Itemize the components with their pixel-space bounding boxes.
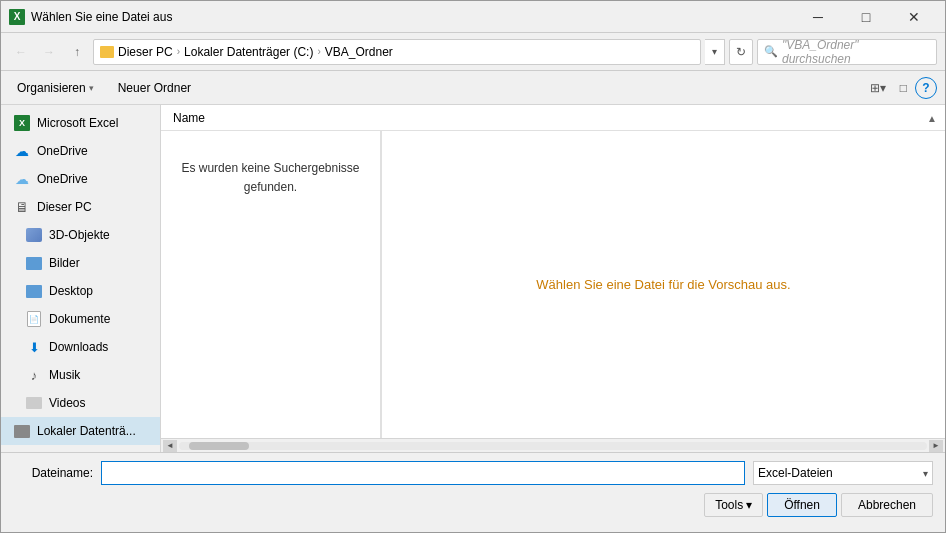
musik-icon: ♪ xyxy=(25,366,43,384)
sidebar-item-3d-objekte[interactable]: 3D-Objekte xyxy=(1,221,160,249)
tools-chevron-icon: ▾ xyxy=(746,498,752,512)
sort-arrow-icon: ▲ xyxy=(927,112,937,123)
titlebar: X Wählen Sie eine Datei aus ─ □ ✕ xyxy=(1,1,945,33)
file-area: Name ▲ Es wurden keine Suchergebnisse ge… xyxy=(161,105,945,452)
sidebar-item-onedrive1[interactable]: ☁ OneDrive xyxy=(1,137,160,165)
sidebar-item-label: Videos xyxy=(49,396,85,410)
sidebar-item-onedrive2[interactable]: ☁ OneDrive xyxy=(1,165,160,193)
sidebar-item-label: Downloads xyxy=(49,340,108,354)
filename-label: Dateiname: xyxy=(13,466,93,480)
address-dropdown-button[interactable]: ▾ xyxy=(705,39,725,65)
no-results-message: Es wurden keine Suchergebnisse gefunden. xyxy=(169,139,372,217)
videos-icon xyxy=(25,394,43,412)
preview-panel: Wählen Sie eine Datei für die Vorschau a… xyxy=(381,131,945,438)
sidebar-item-musik[interactable]: ♪ Musik xyxy=(1,361,160,389)
sidebar-item-microsoft-excel[interactable]: X Microsoft Excel xyxy=(1,109,160,137)
path-segment-1: Dieser PC xyxy=(118,45,173,59)
downloads-icon: ⬇ xyxy=(25,338,43,356)
sidebar-item-label: Dieser PC xyxy=(37,200,92,214)
tools-button[interactable]: Tools ▾ xyxy=(704,493,763,517)
onedrive2-icon: ☁ xyxy=(13,170,31,188)
sidebar-item-lokaler-datentraeger[interactable]: Lokaler Datenträ... xyxy=(1,417,160,445)
filename-row: Dateiname: Excel-Dateien ▾ xyxy=(13,461,933,485)
bottombar: Dateiname: Excel-Dateien ▾ Tools ▾ Öffne… xyxy=(1,452,945,532)
sidebar-item-label: Bilder xyxy=(49,256,80,270)
new-folder-button[interactable]: Neuer Ordner xyxy=(110,75,199,101)
hscroll-track[interactable] xyxy=(179,442,927,450)
organize-button[interactable]: Organisieren ▾ xyxy=(9,75,102,101)
path-folder-icon xyxy=(100,46,114,58)
sidebar-item-dokumente[interactable]: 📄 Dokumente xyxy=(1,305,160,333)
sidebar-item-label: Desktop xyxy=(49,284,93,298)
search-icon: 🔍 xyxy=(764,45,778,58)
app-icon: X xyxy=(9,9,25,25)
minimize-button[interactable]: ─ xyxy=(795,1,841,33)
sidebar-item-label: Musik xyxy=(49,368,80,382)
pane-icon: □ xyxy=(900,81,907,95)
hscroll-left-button[interactable]: ◄ xyxy=(163,440,177,452)
sidebar-item-label: OneDrive xyxy=(37,144,88,158)
organize-chevron: ▾ xyxy=(89,83,94,93)
file-list-area: Es wurden keine Suchergebnisse gefunden.… xyxy=(161,131,945,438)
bottom-actions: Tools ▾ Öffnen Abbrechen xyxy=(13,493,933,517)
titlebar-left: X Wählen Sie eine Datei aus xyxy=(9,9,172,25)
pane-button[interactable]: □ xyxy=(894,75,913,101)
horizontal-scrollbar[interactable]: ◄ ► xyxy=(161,438,945,452)
file-list: Es wurden keine Suchergebnisse gefunden. xyxy=(161,131,381,438)
view-controls: ⊞ ▾ □ ? xyxy=(864,75,937,101)
onedrive1-icon: ☁ xyxy=(13,142,31,160)
open-file-dialog: X Wählen Sie eine Datei aus ─ □ ✕ ← → ↑ … xyxy=(0,0,946,533)
sidebar-item-bilder[interactable]: Bilder xyxy=(1,249,160,277)
sidebar-item-label: Lokaler Datenträ... xyxy=(37,424,136,438)
sidebar-item-videos[interactable]: Videos xyxy=(1,389,160,417)
titlebar-controls: ─ □ ✕ xyxy=(795,1,937,33)
address-path[interactable]: Dieser PC › Lokaler Datenträger (C:) › V… xyxy=(93,39,701,65)
column-name: Name xyxy=(173,111,205,125)
toolbar: Organisieren ▾ Neuer Ordner ⊞ ▾ □ ? xyxy=(1,71,945,105)
content-area: X Microsoft Excel ☁ OneDrive ☁ OneDrive xyxy=(1,105,945,452)
preview-placeholder-text: Wählen Sie eine Datei für die Vorschau a… xyxy=(536,277,790,292)
path-segment-3: VBA_Ordner xyxy=(325,45,393,59)
path-chevron-2: › xyxy=(317,46,320,57)
sidebar-item-dieser-pc[interactable]: 🖥 Dieser PC xyxy=(1,193,160,221)
sidebar-item-label: Microsoft Excel xyxy=(37,116,118,130)
search-box[interactable]: 🔍 "VBA_Ordner" durchsuchen xyxy=(757,39,937,65)
path-chevron-1: › xyxy=(177,46,180,57)
close-button[interactable]: ✕ xyxy=(891,1,937,33)
3d-objekte-icon xyxy=(25,226,43,244)
sidebar-item-label: 3D-Objekte xyxy=(49,228,110,242)
maximize-button[interactable]: □ xyxy=(843,1,889,33)
refresh-button[interactable]: ↻ xyxy=(729,39,753,65)
sidebar-item-volume-e[interactable]: Volume (E:) xyxy=(1,445,160,452)
search-placeholder: "VBA_Ordner" durchsuchen xyxy=(782,38,930,66)
help-button[interactable]: ? xyxy=(915,77,937,99)
microsoft-excel-icon: X xyxy=(13,114,31,132)
filetype-label: Excel-Dateien xyxy=(758,466,833,480)
hscroll-thumb[interactable] xyxy=(189,442,249,450)
dokumente-icon: 📄 xyxy=(25,310,43,328)
view-dropdown-chevron: ▾ xyxy=(880,81,886,95)
lokaler-datentraeger-icon xyxy=(13,422,31,440)
hscroll-right-button[interactable]: ► xyxy=(929,440,943,452)
up-button[interactable]: ↑ xyxy=(65,40,89,64)
addressbar: ← → ↑ Dieser PC › Lokaler Datenträger (C… xyxy=(1,33,945,71)
forward-button[interactable]: → xyxy=(37,40,61,64)
cancel-button[interactable]: Abbrechen xyxy=(841,493,933,517)
sidebar: X Microsoft Excel ☁ OneDrive ☁ OneDrive xyxy=(1,105,161,452)
open-button[interactable]: Öffnen xyxy=(767,493,837,517)
filetype-dropdown[interactable]: Excel-Dateien ▾ xyxy=(753,461,933,485)
desktop-icon xyxy=(25,282,43,300)
sidebar-item-downloads[interactable]: ⬇ Downloads xyxy=(1,333,160,361)
titlebar-title: Wählen Sie eine Datei aus xyxy=(31,10,172,24)
file-list-header: Name ▲ xyxy=(161,105,945,131)
sidebar-item-label: Dokumente xyxy=(49,312,110,326)
sidebar-item-label: OneDrive xyxy=(37,172,88,186)
dieser-pc-icon: 🖥 xyxy=(13,198,31,216)
filetype-dropdown-chevron: ▾ xyxy=(923,468,928,479)
view-button[interactable]: ⊞ ▾ xyxy=(864,75,892,101)
back-button[interactable]: ← xyxy=(9,40,33,64)
path-segment-2: Lokaler Datenträger (C:) xyxy=(184,45,313,59)
sidebar-item-desktop[interactable]: Desktop xyxy=(1,277,160,305)
bilder-icon xyxy=(25,254,43,272)
filename-input[interactable] xyxy=(101,461,745,485)
